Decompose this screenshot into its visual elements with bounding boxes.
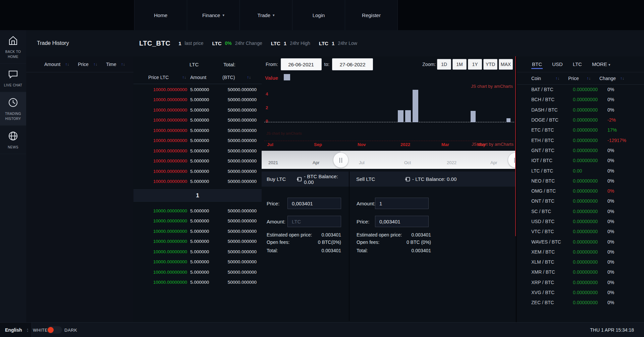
zoom-button[interactable]: 1M <box>452 59 467 70</box>
scrollbar-left-grip[interactable] <box>333 152 348 168</box>
high-label: 24hr High <box>290 41 310 46</box>
ask-row[interactable]: 10000.00000000 5.000000 50000.000000 <box>133 136 262 146</box>
market-row[interactable]: ONT / BTC 0.00000000 0% <box>517 196 644 206</box>
chart-legend-label[interactable]: Value <box>265 75 278 81</box>
bid-row[interactable]: 10000.00000000 5.000000 50000.000000 <box>133 216 262 226</box>
order-book-panel: LTC Total: Price LTC ↑↓ Amount (BTC) ↑↓ … <box>133 56 262 322</box>
bid-row[interactable]: 10000.00000000 5.000000 50000.000000 <box>133 257 262 267</box>
buy-amount-input[interactable] <box>287 216 341 227</box>
market-row[interactable]: XMR / BTC 0.00000000 0% <box>517 267 644 277</box>
market-row[interactable]: XRP / BTC 0.00000000 0% <box>517 277 644 287</box>
zoom-button[interactable]: 1D <box>437 59 451 70</box>
to-date-input[interactable] <box>332 58 373 70</box>
nav-menu-item[interactable]: Login <box>292 0 345 30</box>
market-row[interactable]: NEO / BTC 0.00000000 0% <box>517 176 644 186</box>
language-select[interactable]: English ▴▾ <box>0 323 32 337</box>
ask-row[interactable]: 10000.00000000 5.000000 50000.000000 <box>133 156 262 166</box>
bid-row[interactable]: 10000.00000000 5.000000 50000.000000 <box>133 206 262 216</box>
sort-amount[interactable]: ↑↓ <box>65 62 69 67</box>
market-row[interactable]: GNT / BTC 0.00000000 0% <box>517 145 644 155</box>
bid-row[interactable]: 10000.00000000 5.000000 50000.000000 <box>133 277 262 288</box>
col-coin-change: Change <box>599 76 620 81</box>
market-row[interactable]: DASH / BTC 0.00000000 0% <box>517 105 644 115</box>
chart-scrollbar[interactable]: 2021 Apr Jul Oct 2022 Apr <box>262 151 516 169</box>
sort-time[interactable]: ↑↓ <box>121 62 125 67</box>
sidebar-item-live-chat[interactable]: LIVE CHAT <box>0 64 26 92</box>
sort-coin[interactable]: ↑↓ <box>555 76 559 81</box>
bid-row[interactable]: 10000.00000000 5.000000 50000.000000 <box>133 247 262 257</box>
market-row[interactable]: LTC / BTC 0.00 0% <box>517 165 644 176</box>
scrollbar-selected-range[interactable] <box>340 151 516 169</box>
tab-usd[interactable]: USD <box>551 57 564 72</box>
bid-row[interactable]: 10000.00000000 5.000000 50000.000000 <box>133 226 262 237</box>
nav-menu-item[interactable]: Register <box>345 0 398 30</box>
bid-row[interactable]: 10000.00000000 5.000000 50000.000000 <box>133 267 262 277</box>
last-price-value: 1 <box>178 41 181 46</box>
market-row[interactable]: XVG / BTC 0.00000000 0% <box>517 287 644 297</box>
white-theme-label[interactable]: WHITE <box>33 323 48 337</box>
bid-row[interactable]: 10000.00000000 5.000000 50000.000000 <box>133 237 262 247</box>
sell-amount-input[interactable] <box>375 198 429 209</box>
nav-menu-item[interactable]: Home <box>134 0 187 30</box>
total-label: Total: <box>223 62 235 67</box>
ltc-balance[interactable]: - LTC Balance: 0.00 <box>405 176 457 182</box>
nav-menu-item[interactable]: Trade ▾ <box>239 0 292 30</box>
buy-price-input[interactable] <box>287 198 341 209</box>
sidebar-item-news[interactable]: NEWS <box>0 126 26 154</box>
market-row[interactable]: XEM / BTC 0.00000000 0% <box>517 247 644 257</box>
sort-ob-price[interactable]: ↑↓ <box>182 75 186 80</box>
sidebar-item-back-to-home[interactable]: BACK TOHOME <box>0 30 26 64</box>
ask-row[interactable]: 10000.00000000 5.000000 50000.000000 <box>133 177 262 187</box>
market-row[interactable]: IOT / BTC 0.00000000 0% <box>517 155 644 165</box>
dark-theme-label[interactable]: DARK <box>64 323 77 337</box>
ask-row[interactable]: 10000.00000000 5.000000 50000.000000 <box>133 146 262 156</box>
market-row[interactable]: WAVES / BTC 0.00000000 0% <box>517 237 644 247</box>
ask-row[interactable]: 10000.00000000 5.000000 50000.000000 <box>133 125 262 136</box>
sort-coin-change[interactable]: ↑↓ <box>620 76 624 81</box>
market-row[interactable]: DOGE / BTC 0.00000000 -2% <box>517 115 644 125</box>
market-row[interactable]: USD / BTC 0.00000000 0% <box>517 216 644 226</box>
high-coin: LTC <box>271 41 280 46</box>
from-date-input[interactable] <box>281 58 322 70</box>
ask-row[interactable]: 10000.00000000 5.000000 50000.000000 <box>133 84 262 95</box>
market-row[interactable]: ZEC / BTC 0.00000000 0% <box>517 297 644 308</box>
ask-row[interactable]: 10000.00000000 5.000000 50000.000000 <box>133 105 262 115</box>
theme-toggle[interactable] <box>47 326 62 334</box>
main-menu: Home Finance ▾ Trade ▾ Login <box>134 0 398 30</box>
market-row[interactable]: BCH / BTC 0.00000000 0% <box>517 94 644 105</box>
sidebar-item-trading-history[interactable]: TRADINGHISTORY <box>0 92 26 126</box>
ask-row[interactable]: 10000.00000000 5.000000 50000.000000 <box>133 115 262 126</box>
sort-coin-price[interactable]: ↑↓ <box>587 76 591 81</box>
last-price-label: last price <box>184 41 203 46</box>
market-row[interactable]: XLM / BTC 0.00000000 0% <box>517 257 644 267</box>
market-row[interactable]: VTC / BTC 0.00000000 0% <box>517 226 644 237</box>
zoom-button[interactable]: YTD <box>483 59 497 70</box>
btc-balance[interactable]: - BTC Balance: 0.00 <box>297 174 349 185</box>
sell-price-input[interactable] <box>375 216 429 227</box>
nav-menu-item[interactable]: Finance ▾ <box>187 0 239 30</box>
tab-btc[interactable]: BTC <box>531 57 543 72</box>
buy-fees-value: 0 BTC(0%) <box>318 240 341 245</box>
market-row[interactable]: ETC / BTC 0.00000000 17% <box>517 125 644 135</box>
chart-legend-swatch[interactable] <box>284 74 290 80</box>
tab-more[interactable]: MORE ▾ <box>591 57 611 72</box>
sort-ob-total[interactable]: ↑↓ <box>247 75 251 80</box>
sort-price[interactable]: ↑↓ <box>93 62 97 67</box>
zoom-button[interactable]: MAX <box>499 59 513 70</box>
col-price-ltc: Price LTC <box>148 75 169 80</box>
chart-panel: From: to: Zoom: 1D1M1YYTDMAX Value JS ch… <box>262 56 516 322</box>
ask-row[interactable]: 10000.00000000 5.000000 50000.000000 <box>133 95 262 105</box>
order-book-page[interactable]: 1 <box>133 189 262 202</box>
market-list-header: Coin ↑↓ Price ↑↓ Change ↑↓ <box>517 72 644 85</box>
ask-row[interactable]: 10000.00000000 5.000000 50000.000000 <box>133 166 262 177</box>
market-row[interactable]: OMG / BTC 0.00000000 0% <box>517 186 644 196</box>
top-navbar: Home Finance ▾ Trade ▾ Login <box>0 0 644 30</box>
zoom-button[interactable]: 1Y <box>468 59 482 70</box>
tab-ltc[interactable]: LTC <box>572 57 583 72</box>
col-amount: Amount <box>44 62 60 67</box>
market-row[interactable]: ETH / BTC 0.00000000 -12917% <box>517 135 644 145</box>
market-row[interactable]: BAT / BTC 0.00000000 0% <box>517 84 644 94</box>
change-coin: LTC <box>212 41 222 46</box>
amcharts-watermark-faint: JS chart by amCharts <box>266 131 302 135</box>
market-row[interactable]: SC / BTC 0.00000000 0% <box>517 206 644 216</box>
